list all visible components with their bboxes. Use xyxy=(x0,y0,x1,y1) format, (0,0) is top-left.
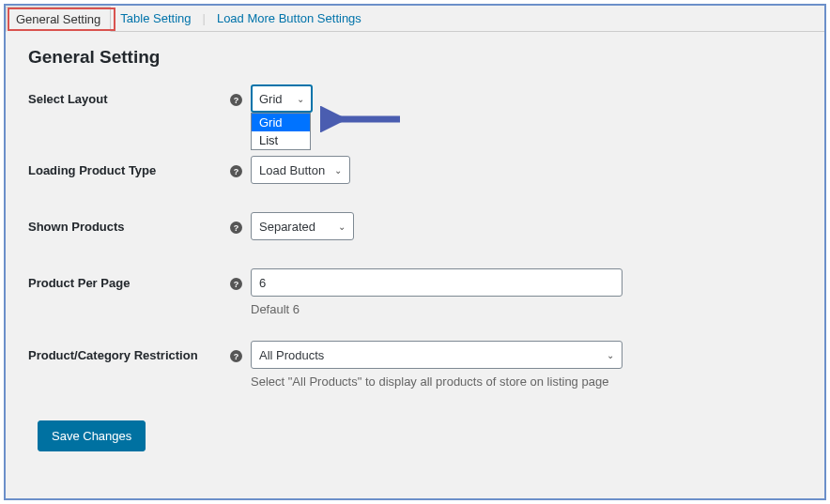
label-shown-products: Shown Products xyxy=(28,212,230,234)
help-icon[interactable]: ? xyxy=(230,278,242,290)
description-restriction: Select "All Products" to display all pro… xyxy=(251,374,622,389)
save-changes-button[interactable]: Save Changes xyxy=(38,420,146,451)
tab-general-setting[interactable]: General Setting xyxy=(6,7,111,32)
tab-separator: | xyxy=(201,11,208,25)
chevron-down-icon: ⌄ xyxy=(607,350,614,360)
tab-table-setting[interactable]: Table Setting xyxy=(111,7,200,30)
select-shown-products-dropdown[interactable]: Separated ⌄ xyxy=(251,212,354,240)
label-loading-product-type: Loading Product Type xyxy=(28,156,230,177)
option-list[interactable]: List xyxy=(252,131,310,149)
row-product-per-page: Product Per Page ? Default 6 xyxy=(28,268,802,316)
tab-load-more-button-settings[interactable]: Load More Button Settings xyxy=(208,7,371,30)
select-loading-value: Load Button xyxy=(259,163,325,177)
label-product-category-restriction: Product/Category Restriction xyxy=(28,341,230,362)
content-area: General Setting Select Layout ? Grid ⌄ G… xyxy=(6,32,824,466)
description-product-per-page: Default 6 xyxy=(251,302,622,316)
label-select-layout: Select Layout xyxy=(28,84,230,106)
select-layout-value: Grid xyxy=(259,92,283,106)
row-product-category-restriction: Product/Category Restriction ? All Produ… xyxy=(28,341,802,389)
help-icon[interactable]: ? xyxy=(230,165,242,177)
settings-panel: General Setting Table Setting | Load Mor… xyxy=(4,4,826,500)
help-icon[interactable]: ? xyxy=(230,94,242,106)
row-loading-product-type: Loading Product Type ? Load Button ⌄ xyxy=(28,156,802,188)
input-product-per-page[interactable] xyxy=(251,268,622,297)
row-shown-products: Shown Products ? Separated ⌄ xyxy=(28,212,802,244)
help-icon[interactable]: ? xyxy=(230,221,242,234)
select-restriction-dropdown[interactable]: All Products ⌄ xyxy=(251,341,622,369)
select-shown-value: Separated xyxy=(259,220,315,234)
section-title: General Setting xyxy=(28,47,802,68)
option-grid[interactable]: Grid xyxy=(252,114,310,131)
label-product-per-page: Product Per Page xyxy=(28,268,230,290)
tabs-bar: General Setting Table Setting | Load Mor… xyxy=(6,6,824,32)
select-loading-product-type-dropdown[interactable]: Load Button ⌄ xyxy=(251,156,350,184)
chevron-down-icon: ⌄ xyxy=(334,165,342,176)
row-select-layout: Select Layout ? Grid ⌄ Grid List xyxy=(28,84,802,116)
chevron-down-icon: ⌄ xyxy=(338,221,346,232)
help-icon[interactable]: ? xyxy=(230,350,242,362)
select-layout-dropdown[interactable]: Grid ⌄ xyxy=(251,84,313,113)
select-layout-options-list: Grid List xyxy=(251,113,311,150)
chevron-down-icon: ⌄ xyxy=(297,94,304,104)
select-restriction-value: All Products xyxy=(259,348,324,362)
